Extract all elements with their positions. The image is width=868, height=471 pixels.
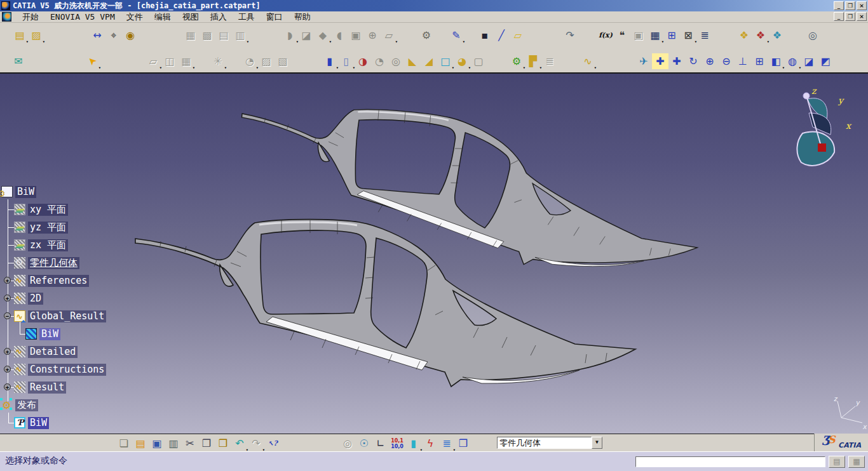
- sphere-gray-button[interactable]: ◔▾: [241, 53, 258, 69]
- tree-structure-gray-button[interactable]: ≣: [541, 53, 558, 69]
- tree-expander-References[interactable]: +: [4, 277, 11, 284]
- view-compass[interactable]: z y x: [797, 86, 852, 166]
- minimize-button[interactable]: _: [834, 12, 844, 21]
- scale-gray-button[interactable]: ✳▾: [210, 53, 226, 69]
- measure-inertia-button[interactable]: ◉: [122, 27, 139, 43]
- zoom-in-button[interactable]: ⊕: [702, 53, 718, 69]
- fly-mode-button[interactable]: ✈: [635, 53, 652, 69]
- normal-view-button[interactable]: ⊥: [735, 53, 751, 69]
- open-part-library-button[interactable]: ▤▾: [11, 27, 28, 43]
- save-file-button[interactable]: ▣: [149, 435, 165, 451]
- redo-button[interactable]: ↷▾: [248, 435, 264, 451]
- surface-target-button[interactable]: ⊕: [364, 27, 381, 43]
- pocket-button[interactable]: ▯▾: [338, 53, 355, 69]
- minimize-button[interactable]: _: [834, 1, 844, 10]
- rotate-button[interactable]: ↻: [685, 53, 702, 69]
- catalog-a-button[interactable]: ▦: [182, 27, 199, 43]
- powercopy-cyan-button[interactable]: ❖: [769, 27, 785, 43]
- tree-expander-Detailed[interactable]: +: [4, 348, 11, 355]
- iso-box-arrow-button[interactable]: ↷: [562, 27, 578, 43]
- tree-expander-Global_Result[interactable]: −: [4, 312, 11, 319]
- shell-button[interactable]: □▾: [437, 53, 454, 69]
- powercopy-red-button[interactable]: ❖▾: [752, 27, 769, 43]
- groove-button[interactable]: ◔: [371, 53, 388, 69]
- axis-system-button[interactable]: ∟: [372, 435, 389, 451]
- combobox-value[interactable]: 零件几何体: [497, 437, 592, 449]
- pad-button[interactable]: ▮▾: [322, 53, 338, 69]
- dropdown-arrow-icon[interactable]: ▾: [594, 65, 597, 70]
- catalog-book-button[interactable]: ❒: [455, 435, 471, 451]
- globe-select-button[interactable]: ☉: [356, 435, 372, 451]
- catalog-b-button[interactable]: ▩: [199, 27, 215, 43]
- open-part-version-button[interactable]: ▨▾: [28, 27, 44, 43]
- line-button[interactable]: ╱: [493, 27, 510, 43]
- select-arrow-button[interactable]: ➤▾: [84, 53, 100, 69]
- tree-item-BiW-8[interactable]: BiW: [25, 328, 60, 340]
- update-lightning-button[interactable]: ϟ: [422, 435, 438, 451]
- generative-surfaces-button[interactable]: ∿▾: [580, 53, 596, 69]
- body-side-frame-upper[interactable]: [231, 97, 707, 279]
- menu-edit[interactable]: 编辑: [149, 11, 177, 23]
- measure-item-button[interactable]: ⌖: [105, 27, 122, 43]
- hole-button[interactable]: ◎: [388, 53, 404, 69]
- catalog-d-button[interactable]: ▥▾: [232, 27, 248, 43]
- close-button[interactable]: ×: [857, 12, 867, 21]
- fit-all-in-button[interactable]: ✚: [652, 53, 668, 69]
- send-to-button[interactable]: ✉: [10, 53, 27, 69]
- knowledge-gear-button[interactable]: ⚙: [418, 27, 435, 43]
- 3d-viewport[interactable]: z y x z y x BiWxy 平面yz 平面zx 平面零件几何体+Refe…: [0, 74, 868, 434]
- fillet-button[interactable]: ◕▾: [454, 53, 470, 69]
- undo-button[interactable]: ↶▾: [231, 435, 248, 451]
- tree-item-BiW-13[interactable]: BiW: [14, 416, 49, 429]
- render-style-button[interactable]: ◍▾: [784, 53, 801, 69]
- menu-enovia[interactable]: ENOVIA V5 VPM: [44, 11, 121, 23]
- cut-button[interactable]: ✂: [182, 435, 198, 451]
- draft-angle-button[interactable]: ◢: [421, 53, 437, 69]
- pattern-gray-button[interactable]: ▦▾: [178, 53, 194, 69]
- whats-this-button[interactable]: ↖?: [264, 435, 281, 451]
- dropdown-arrow-icon[interactable]: ▾: [224, 65, 227, 70]
- hide-show-button[interactable]: ◪: [801, 53, 817, 69]
- tree-item-zx 平面-3[interactable]: zx 平面: [14, 239, 68, 251]
- zoom-out-button[interactable]: ⊖: [718, 53, 735, 69]
- point-button[interactable]: ▪: [477, 27, 493, 43]
- dropdown-arrow-icon[interactable]: ▾: [463, 39, 465, 44]
- mean-dimensions-button[interactable]: 10,110,0: [389, 435, 405, 451]
- rule-button[interactable]: ≣: [696, 27, 713, 43]
- tree-item-yz 平面-2[interactable]: yz 平面: [14, 221, 68, 234]
- body-selector-combobox[interactable]: 零件几何体 ▼: [497, 437, 602, 449]
- tree-item-BiW-0[interactable]: BiW: [1, 185, 36, 198]
- menu-window[interactable]: 窗口: [261, 11, 288, 23]
- mechanical-gears-button[interactable]: ⚙▾: [508, 53, 525, 69]
- thickness-button[interactable]: ▢: [470, 53, 487, 69]
- open-file-button[interactable]: ▤: [132, 435, 149, 451]
- surface-cut-button[interactable]: ◪: [298, 27, 315, 43]
- catalog-c-button[interactable]: ▤: [215, 27, 232, 43]
- design-table-button[interactable]: ▦▾: [647, 27, 663, 43]
- tree-item-2D-6[interactable]: 2D: [14, 292, 43, 305]
- dropdown-arrow-icon[interactable]: ▾: [395, 39, 398, 44]
- rough-offset-gray-button[interactable]: ▨: [258, 53, 275, 69]
- plane-button[interactable]: ▱: [510, 27, 526, 43]
- open-body-button[interactable]: ▮▾: [405, 435, 422, 451]
- close-button[interactable]: ×: [857, 1, 867, 10]
- surface-bend-button[interactable]: ◖: [331, 27, 348, 43]
- doc-small-button[interactable]: ▤: [829, 456, 845, 468]
- compass-anchor[interactable]: [818, 143, 826, 152]
- dropdown-arrow-icon[interactable]: ▾: [247, 39, 249, 44]
- new-file-button[interactable]: ❏: [116, 435, 132, 451]
- knowledge-comment-button[interactable]: ❝: [614, 27, 630, 43]
- menu-insert[interactable]: 插入: [205, 11, 233, 23]
- swap-visible-space-button[interactable]: ◩: [817, 53, 834, 69]
- link-gray-button[interactable]: ◎: [339, 435, 356, 451]
- tree-item-Result-11[interactable]: Result: [14, 381, 66, 394]
- surface-box-button[interactable]: ▱▾: [381, 27, 397, 43]
- instantiate-button[interactable]: ◎: [804, 27, 821, 43]
- lock-small-button[interactable]: ▣: [630, 27, 647, 43]
- relations-button[interactable]: ⊞: [663, 27, 680, 43]
- multi-view-button[interactable]: ⊞: [751, 53, 768, 69]
- menu-tools[interactable]: 工具: [233, 11, 261, 23]
- dropdown-arrow-icon[interactable]: ▾: [43, 39, 45, 44]
- chamfer-button[interactable]: ◣: [404, 53, 421, 69]
- sheetmetal-button[interactable]: ▛▾: [525, 53, 541, 69]
